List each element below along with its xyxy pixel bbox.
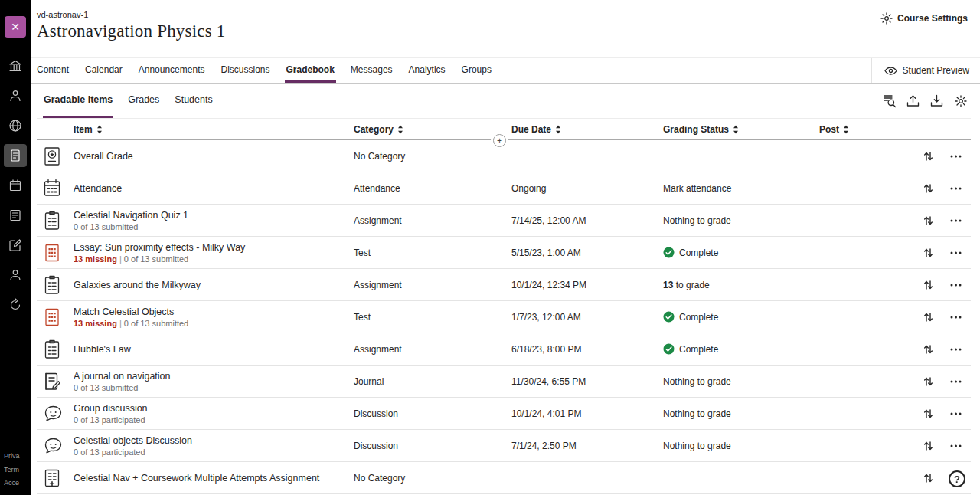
column-header-post[interactable]: Post xyxy=(819,124,916,135)
close-course-button[interactable]: ✕ xyxy=(5,16,26,38)
organizations-icon[interactable] xyxy=(4,114,27,137)
row-menu-button[interactable] xyxy=(946,436,965,456)
item-cell[interactable]: Hubble's Law xyxy=(74,344,354,355)
reorder-handle[interactable] xyxy=(918,404,938,424)
sort-icon xyxy=(555,125,561,134)
row-menu-button[interactable] xyxy=(946,404,965,424)
item-cell[interactable]: Celestial Nav + Coursework Multiple Atte… xyxy=(74,473,354,484)
table-row[interactable]: Celestial objects Discussion0 of 13 part… xyxy=(37,430,971,462)
gradebook-tab-grades[interactable]: Grades xyxy=(127,84,160,118)
tab-content[interactable]: Content xyxy=(35,58,70,83)
grading-status-cell[interactable]: Nothing to grade xyxy=(663,215,819,226)
grading-status-cell[interactable]: 13 to grade xyxy=(663,280,819,290)
search-items-icon[interactable] xyxy=(879,90,900,111)
item-cell[interactable]: Attendance xyxy=(74,183,354,194)
column-header-category[interactable]: Category xyxy=(354,124,511,135)
row-menu-button[interactable] xyxy=(946,243,965,263)
reorder-handle[interactable] xyxy=(918,211,938,231)
item-cell[interactable]: Essay: Sun proximity effects - Milky Way… xyxy=(74,242,354,264)
directory-icon[interactable] xyxy=(4,264,27,287)
reorder-handle[interactable] xyxy=(918,146,938,166)
due-date-cell: 10/1/24, 12:34 PM xyxy=(511,280,663,290)
calendar-icon[interactable] xyxy=(4,174,27,197)
row-menu-button[interactable] xyxy=(946,146,965,166)
reorder-handle[interactable] xyxy=(918,275,938,295)
reorder-handle[interactable] xyxy=(918,468,938,488)
institution-icon[interactable] xyxy=(4,54,27,77)
marking-icon[interactable] xyxy=(4,234,27,257)
row-menu-button[interactable] xyxy=(946,211,965,231)
footer-link-term[interactable]: Term xyxy=(4,464,31,477)
footer-link-acce[interactable]: Acce xyxy=(4,477,31,490)
item-cell[interactable]: A journal on navigation0 of 13 submitted xyxy=(74,371,354,392)
gradebook-tab-gradable-items[interactable]: Gradable Items xyxy=(43,84,113,118)
table-row[interactable]: Celestial Nav + Coursework Multiple Atte… xyxy=(37,462,971,494)
student-preview-button[interactable]: Student Preview xyxy=(871,58,980,83)
tab-messages[interactable]: Messages xyxy=(349,58,394,83)
tab-groups[interactable]: Groups xyxy=(460,58,493,83)
add-item-button[interactable]: + xyxy=(493,134,506,147)
table-body: Overall Grade No Category Attendance Att… xyxy=(37,140,971,494)
table-row[interactable]: Group discussion0 of 13 participated Dis… xyxy=(37,398,971,430)
grading-status-cell[interactable]: Nothing to grade xyxy=(663,376,819,387)
reorder-handle[interactable] xyxy=(918,436,938,456)
assignment-icon xyxy=(43,275,61,295)
gradebook-settings-icon[interactable] xyxy=(950,90,971,111)
reorder-handle[interactable] xyxy=(918,179,938,198)
reorder-handle[interactable] xyxy=(918,339,938,359)
item-cell[interactable]: Group discussion0 of 13 participated xyxy=(74,403,354,425)
category-cell: Test xyxy=(354,248,511,258)
download-gradebook-icon[interactable] xyxy=(926,90,947,111)
row-menu-button[interactable] xyxy=(946,372,965,392)
item-cell[interactable]: Celestial objects Discussion0 of 13 part… xyxy=(74,435,354,457)
course-settings-button[interactable]: Course Settings xyxy=(880,10,968,25)
item-cell[interactable]: Galaxies around the Milkyway xyxy=(74,280,354,290)
table-row[interactable]: Attendance Attendance Ongoing Mark atten… xyxy=(37,172,971,205)
grades-icon[interactable] xyxy=(4,144,27,167)
footer-link-priva[interactable]: Priva xyxy=(4,450,31,464)
grading-status-cell[interactable]: Complete xyxy=(663,311,819,323)
item-cell[interactable]: Overall Grade xyxy=(74,151,354,162)
course-tabs: ContentCalendarAnnouncementsDiscussionsG… xyxy=(35,58,506,83)
table-row[interactable]: Galaxies around the Milkyway Assignment … xyxy=(37,269,971,301)
grading-status-cell[interactable]: Mark attendance xyxy=(663,183,819,194)
activity-icon[interactable] xyxy=(4,204,27,227)
row-menu-button[interactable] xyxy=(946,275,965,295)
reorder-handle[interactable] xyxy=(918,372,938,392)
tab-discussions[interactable]: Discussions xyxy=(219,58,271,83)
grading-status-cell[interactable]: Nothing to grade xyxy=(663,408,819,419)
item-title: Essay: Sun proximity effects - Milky Way xyxy=(74,242,354,253)
row-menu-button[interactable] xyxy=(946,339,965,359)
upload-gradebook-icon[interactable] xyxy=(903,90,923,111)
item-subtitle: 13 missing | 0 of 13 submitted xyxy=(74,254,354,264)
help-button[interactable]: ? xyxy=(949,470,965,487)
grading-status-cell[interactable]: Nothing to grade xyxy=(663,441,819,451)
grading-status-cell[interactable]: Complete xyxy=(663,247,819,258)
grading-status-cell[interactable]: Complete xyxy=(663,343,819,355)
tab-calendar[interactable]: Calendar xyxy=(83,58,124,83)
column-header-item[interactable]: Item xyxy=(74,124,354,135)
item-cell[interactable]: Celestial Navigation Quiz 10 of 13 submi… xyxy=(74,210,354,231)
table-row[interactable]: Essay: Sun proximity effects - Milky Way… xyxy=(37,237,971,269)
table-row[interactable]: Celestial Navigation Quiz 10 of 13 submi… xyxy=(37,205,971,237)
column-header-due-date[interactable]: Due Date xyxy=(511,124,663,135)
item-title: Galaxies around the Milkyway xyxy=(74,280,354,290)
item-cell[interactable]: Match Celestial Objects13 missing | 0 of… xyxy=(74,307,354,328)
tab-gradebook[interactable]: Gradebook xyxy=(285,58,336,83)
signout-icon[interactable] xyxy=(4,293,27,316)
row-menu-button[interactable] xyxy=(946,307,965,327)
journal-icon xyxy=(43,372,62,392)
complete-check-icon xyxy=(663,343,675,355)
row-menu-button[interactable] xyxy=(946,179,965,198)
reorder-handle[interactable] xyxy=(918,307,938,327)
table-row[interactable]: Hubble's Law Assignment 6/18/23, 8:00 PM… xyxy=(37,333,971,366)
sidebar-footer: PrivaTermAcce xyxy=(0,450,31,495)
gradebook-tab-students[interactable]: Students xyxy=(174,84,213,118)
reorder-handle[interactable] xyxy=(918,243,938,263)
profile-icon[interactable] xyxy=(4,84,27,107)
table-row[interactable]: Match Celestial Objects13 missing | 0 of… xyxy=(37,301,971,333)
column-header-grading-status[interactable]: Grading Status xyxy=(663,124,819,135)
tab-analytics[interactable]: Analytics xyxy=(407,58,447,83)
table-row[interactable]: A journal on navigation0 of 13 submitted… xyxy=(37,366,971,398)
tab-announcements[interactable]: Announcements xyxy=(137,58,207,83)
